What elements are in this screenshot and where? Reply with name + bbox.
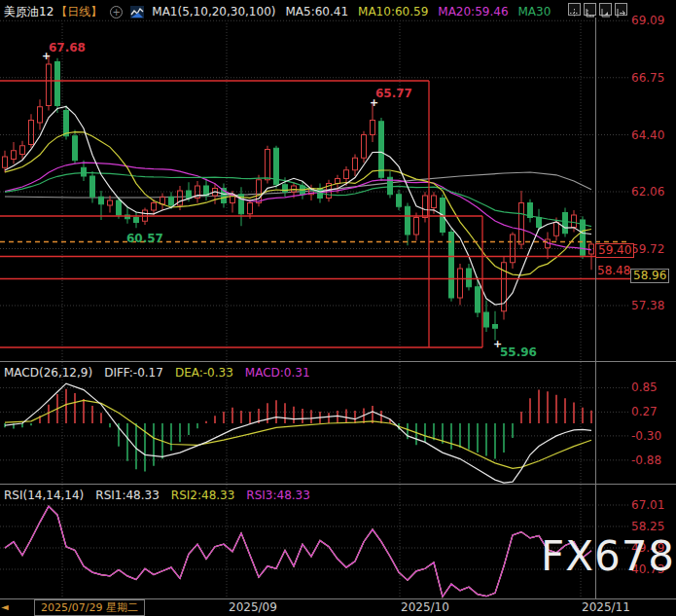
ma5-value: MA5:60.41 (285, 5, 348, 18)
symbol-name: 美原油12 (4, 4, 53, 20)
candle[interactable] (344, 170, 349, 179)
candle[interactable] (187, 191, 192, 199)
rsi2-line (5, 506, 591, 597)
candle[interactable] (484, 312, 489, 327)
chart-application-window: 美原油12 【日线】 + MA1(5,10,20,30,100) MA5:60.… (0, 0, 676, 616)
current-price-tag: 58.96 (630, 269, 669, 283)
candle[interactable] (397, 195, 402, 207)
date-tick: 2025/09 (229, 600, 277, 614)
price-marker-cross: + (493, 340, 502, 348)
price-axis-label: 57.38 (631, 300, 664, 312)
price-axis-label: 64.40 (631, 129, 664, 142)
rsi-axis-label: 67.01 (631, 499, 664, 512)
chart-type-icon[interactable] (130, 6, 144, 18)
candle[interactable] (169, 197, 174, 205)
macd-axis-label: 0.85 (631, 381, 658, 394)
price-axis-label: 69.09 (631, 15, 664, 27)
candle[interactable] (266, 150, 270, 180)
candle[interactable] (248, 203, 253, 214)
macd-axis-label: -0.88 (631, 454, 661, 467)
candle[interactable] (117, 200, 122, 215)
ma10-value: MA10:60.59 (358, 5, 428, 18)
candle[interactable] (20, 146, 25, 155)
axis-separator (595, 18, 596, 599)
circle-plus-icon[interactable]: + (110, 6, 123, 18)
candle[interactable] (379, 122, 384, 178)
price-annotation-high: 67.68 (49, 41, 86, 54)
candle[interactable] (406, 206, 410, 235)
drawn-line-price-tag[interactable]: 59.40 (595, 243, 634, 258)
candle[interactable] (537, 218, 542, 228)
candle[interactable] (29, 121, 34, 145)
candle[interactable] (362, 135, 367, 159)
price-annotation-low: 60.57 (126, 232, 163, 245)
watermark: FX678 (541, 532, 675, 580)
candle[interactable] (563, 213, 568, 234)
candle[interactable] (493, 325, 498, 329)
drawn-line-price-tag[interactable]: 58.48 (597, 265, 630, 277)
rsi2-value: RSI2:48.33 (171, 489, 235, 502)
candle[interactable] (423, 196, 428, 218)
price-axis-label: 62.06 (631, 186, 664, 199)
price-axis-label: 59.72 (631, 243, 664, 256)
candle[interactable] (467, 269, 472, 287)
macd-diff-value: DIFF:-0.17 (104, 366, 163, 380)
chart-canvas[interactable] (0, 0, 676, 616)
candle[interactable] (353, 158, 358, 170)
panel-separator[interactable] (0, 484, 676, 485)
panel-separator[interactable] (0, 361, 676, 362)
candle[interactable] (554, 223, 559, 236)
rsi1-value: RSI1:48.33 (95, 489, 160, 502)
date-tick: 2025/10 (401, 600, 449, 614)
ma-config-label: MA1(5,10,20,30,100) (152, 5, 275, 18)
candle[interactable] (572, 215, 577, 228)
candle[interactable] (64, 111, 69, 136)
candle[interactable] (99, 197, 104, 204)
candle[interactable] (38, 107, 43, 123)
price-marker-cross: + (42, 52, 51, 60)
macd-axis-label: -0.30 (631, 430, 661, 443)
scroll-left-icon[interactable]: ◄ (1, 601, 9, 612)
ma10-line (5, 132, 591, 275)
crosshair-icon[interactable] (568, 3, 581, 16)
price-marker-cross: + (370, 98, 378, 107)
candle[interactable] (476, 287, 480, 312)
candle[interactable] (432, 196, 437, 208)
rsi3-value: RSI3:48.33 (246, 489, 310, 502)
candle[interactable] (12, 151, 17, 160)
candle[interactable] (414, 218, 419, 236)
macd-dea-value: DEA:-0.33 (175, 366, 233, 380)
candle[interactable] (458, 269, 463, 298)
candle[interactable] (55, 62, 60, 106)
candle[interactable] (90, 176, 95, 197)
candle[interactable] (371, 121, 375, 135)
rsi3-line (5, 506, 591, 597)
selected-date-box[interactable]: 2025/07/29 星期二 (34, 599, 145, 616)
date-tick: 2025/11 (582, 600, 630, 614)
candle[interactable] (108, 200, 113, 205)
indicator-window-icon[interactable] (599, 3, 612, 16)
price-axis-label: 66.75 (631, 72, 664, 85)
candle[interactable] (73, 136, 78, 161)
macd-title: MACD(26,12,9) (4, 366, 92, 380)
candle[interactable] (519, 203, 524, 245)
candle[interactable] (3, 157, 8, 167)
date-axis[interactable]: ◄ 2025/07/29 星期二 2025/09 2025/10 2025/11 (0, 599, 676, 616)
rsi-label-row: RSI(14,14,14) RSI1:48.33 RSI2:48.33 RSI3… (4, 489, 310, 502)
candle[interactable] (47, 64, 52, 106)
drawn-lines (0, 81, 630, 347)
macd-label-row: MACD(26,12,9) DIFF:-0.17 DEA:-0.33 MACD:… (4, 366, 310, 380)
macd-macd-value: MACD:0.31 (245, 366, 310, 380)
ma20-value: MA20:59.46 (438, 5, 508, 18)
candle[interactable] (82, 167, 87, 176)
candle[interactable] (152, 203, 157, 211)
candle[interactable] (134, 218, 139, 223)
ma30-value: MA30 (518, 5, 551, 18)
rsi1-line (5, 506, 591, 597)
price-annotation-high: 65.77 (375, 87, 412, 100)
toolbar (568, 3, 627, 16)
period-label[interactable]: 【日线】 (55, 4, 102, 20)
axis-scale-icon[interactable] (584, 3, 596, 16)
export-chart-icon[interactable] (615, 3, 627, 16)
gridlines (0, 20, 630, 598)
